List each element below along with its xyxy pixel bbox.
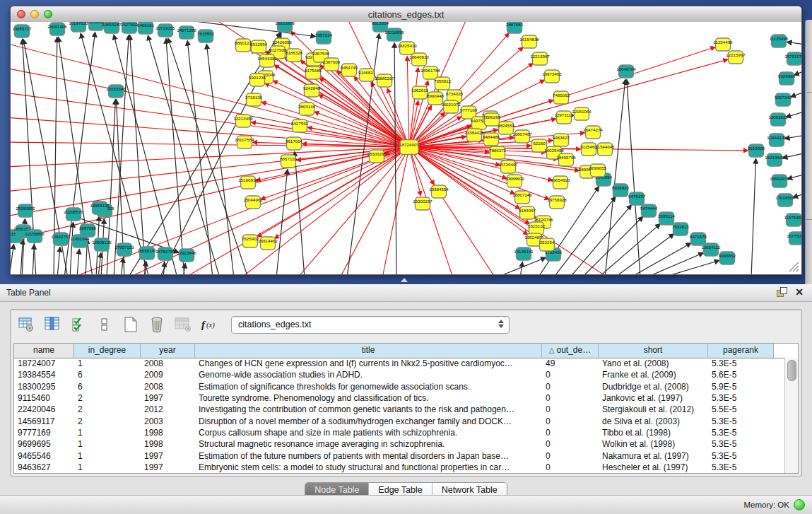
graph-node[interactable]: 6479197 <box>628 192 646 205</box>
table-cell[interactable]: 0 <box>542 451 599 461</box>
table-cell[interactable]: Estimation of the future numbers of pati… <box>195 451 542 461</box>
graph-edge[interactable] <box>276 170 288 274</box>
graph-node[interactable]: 19218596 <box>384 28 404 41</box>
table-row[interactable]: 977716911998Corpus callosum shape and si… <box>14 427 785 438</box>
graph-node[interactable]: 16782759 <box>155 247 175 260</box>
graph-node[interactable]: 11254498 <box>713 38 733 51</box>
graph-edge[interactable] <box>148 36 220 274</box>
graph-edge[interactable] <box>786 111 801 117</box>
graph-node[interactable]: 19756928 <box>547 196 567 209</box>
graph-node[interactable]: 3097588 <box>79 224 97 237</box>
table-cell[interactable]: de Silva et al. (2003) <box>599 416 708 426</box>
graph-node[interactable]: 7857224 <box>315 31 333 44</box>
table-cell[interactable]: 0 <box>542 416 599 426</box>
graph-edge[interactable] <box>241 147 409 274</box>
graph-node[interactable]: 10719155 <box>155 24 175 37</box>
table-cell[interactable]: Nakamura et al. (1997) <box>599 451 708 461</box>
select-all-icon[interactable] <box>70 316 87 333</box>
show-columns-icon[interactable] <box>44 316 61 333</box>
table-cell[interactable]: 1997 <box>141 393 195 403</box>
table-cell[interactable]: 9699695 <box>14 439 74 449</box>
graph-node[interactable]: 8099655 <box>589 164 607 177</box>
graph-edge[interactable] <box>791 91 801 97</box>
graph-node[interactable]: 9474444 <box>640 204 658 217</box>
table-cell[interactable]: 1 <box>74 428 141 438</box>
graph-node[interactable]: 8938923 <box>612 184 630 197</box>
graph-edge[interactable] <box>166 39 184 274</box>
column-header-short[interactable]: short <box>599 344 708 358</box>
table-cell[interactable]: Investigating the contribution of common… <box>195 404 542 414</box>
table-scrollbar[interactable] <box>784 358 798 473</box>
function-builder-icon[interactable]: f(x) <box>201 316 218 333</box>
graph-edge[interactable] <box>33 245 34 274</box>
table-cell[interactable]: 2 <box>74 393 141 403</box>
table-cell[interactable]: 9463627 <box>14 462 74 472</box>
table-cell[interactable]: 9465546 <box>14 451 74 461</box>
column-header-title[interactable]: title <box>195 344 542 358</box>
table-cell[interactable]: 9115460 <box>14 393 74 403</box>
table-selector-dropdown[interactable]: citations_edges.txt <box>231 316 510 334</box>
graph-node[interactable]: 9901236 <box>249 74 266 86</box>
column-header-out_de[interactable]: △out_de… <box>542 344 599 358</box>
table-cell[interactable]: 5.6E-5 <box>708 370 774 380</box>
table-cell[interactable]: Jankovic et al. (1997) <box>599 393 708 403</box>
graph-node[interactable]: 8186328 <box>286 49 303 62</box>
table-cell[interactable]: Stergiakouli et al. (2012) <box>599 404 708 414</box>
table-cell[interactable]: 5.5E-5 <box>708 404 774 414</box>
graph-node[interactable]: 9617004 <box>286 137 303 150</box>
table-cell[interactable]: 1997 <box>141 462 195 472</box>
graph-node[interactable]: 20153346 <box>106 85 126 98</box>
graph-node[interactable]: 18325419 <box>397 42 417 54</box>
table-cell[interactable]: Yano et al. (2008) <box>599 358 708 368</box>
graph-node[interactable]: 10688609 <box>505 175 524 187</box>
graph-edge[interactable] <box>788 174 801 179</box>
graph-node[interactable]: 8471676 <box>690 233 707 245</box>
table-cell[interactable]: 1 <box>74 358 141 368</box>
graph-node[interactable]: 10653287 <box>102 22 122 33</box>
graph-node[interactable]: 9146821 <box>358 69 376 81</box>
graph-node[interactable]: 17957223 <box>114 243 134 256</box>
graph-node[interactable]: 16775343 <box>787 232 801 245</box>
graph-edge[interactable] <box>785 135 801 139</box>
graph-node[interactable]: 12215997 <box>726 51 746 64</box>
table-cell[interactable]: Wolkin et al. (1998) <box>599 439 708 449</box>
table-cell[interactable]: 2012 <box>141 404 195 414</box>
table-row[interactable]: 1872400712008Changes of HCN gene express… <box>14 358 785 369</box>
graph-edge[interactable] <box>614 234 673 274</box>
table-cell[interactable]: 1998 <box>141 439 195 449</box>
graph-node[interactable]: 16210643 <box>765 153 784 166</box>
float-panel-icon[interactable] <box>777 287 787 297</box>
graph-node[interactable]: 18107554 <box>235 136 254 148</box>
graph-node[interactable]: 9242848 <box>303 84 321 97</box>
table-cell[interactable]: 2003 <box>141 416 195 426</box>
scrollbar-thumb[interactable] <box>787 360 796 381</box>
table-cell[interactable]: Estimation of significance thresholds fo… <box>195 382 542 392</box>
graph-node[interactable]: 1362615 <box>411 86 429 99</box>
graph-edge[interactable] <box>114 35 177 274</box>
graph-edge[interactable] <box>407 57 409 147</box>
graph-node[interactable]: 2718126 <box>245 93 263 106</box>
table-cell[interactable]: 2009 <box>141 370 195 380</box>
graph-edge[interactable] <box>570 205 631 274</box>
table-cell[interactable]: Changes of HCN gene expression and I(f) … <box>195 358 542 368</box>
graph-node[interactable]: 6466161 <box>137 22 155 34</box>
table-cell[interactable]: Embryonic stem cells: a model to study s… <box>195 462 542 472</box>
graph-edge[interactable] <box>11 245 13 274</box>
table-row[interactable]: 969969511998Structural magnetic resonanc… <box>14 438 785 450</box>
graph-node[interactable]: 18724007 <box>399 140 419 155</box>
table-cell[interactable]: Tourette syndrome. Phenomenology and cla… <box>195 393 542 403</box>
graph-node[interactable]: 14671388 <box>177 26 196 39</box>
graph-node[interactable]: 18495756 <box>556 153 576 166</box>
column-header-year[interactable]: year <box>141 344 195 358</box>
graph-node[interactable]: 10807487 <box>512 130 532 143</box>
graph-node[interactable]: 11125498 <box>770 35 789 47</box>
graph-node[interactable]: 18300295 <box>367 150 387 163</box>
table-cell[interactable]: 1 <box>74 439 141 449</box>
graph-node[interactable]: 14136141 <box>514 247 534 260</box>
graph-node[interactable]: 16021072 <box>441 100 461 113</box>
table-cell[interactable]: 18300295 <box>14 382 74 392</box>
graph-node[interactable]: 9245652 <box>719 252 736 264</box>
graph-node[interactable]: 16914462 <box>258 237 278 250</box>
table-cell[interactable]: 5.3E-5 <box>708 439 774 449</box>
graph-node[interactable]: 12161064 <box>572 107 592 120</box>
